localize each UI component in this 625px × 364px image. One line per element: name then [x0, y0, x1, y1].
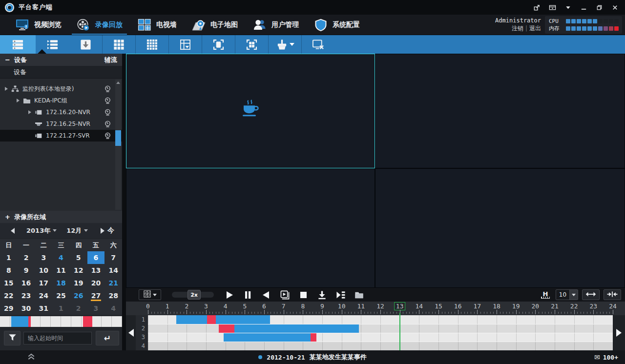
webcam-icon[interactable] — [104, 109, 111, 116]
tree-row[interactable]: 172.16.25-NVR — [0, 118, 122, 130]
webcam-icon[interactable] — [104, 85, 111, 93]
expander-icon[interactable] — [5, 87, 8, 91]
expand-plus-icon[interactable]: + — [5, 214, 10, 220]
frame-step-button[interactable] — [275, 288, 294, 302]
calendar-day[interactable]: 25 — [52, 289, 70, 302]
record-segment-alarm[interactable] — [219, 324, 234, 333]
grid-4x4-button[interactable] — [135, 35, 168, 54]
tab-video-browse[interactable]: 视频浏览 — [8, 15, 69, 35]
calendar-day[interactable]: 24 — [35, 289, 52, 302]
calendar-day[interactable]: 1 — [52, 302, 70, 315]
tab-tv-wall[interactable]: 电视墙 — [130, 15, 184, 35]
video-pane-3[interactable] — [126, 168, 375, 288]
timeline-track-1[interactable] — [148, 315, 613, 324]
calendar-day[interactable]: 13 — [87, 264, 105, 277]
single-screen-button[interactable] — [202, 35, 235, 54]
calendar-day[interactable]: 3 — [87, 302, 105, 315]
filter-button[interactable] — [4, 331, 21, 345]
speed-slider[interactable]: 2x — [172, 292, 214, 298]
calendar-day[interactable]: 3 — [35, 251, 52, 264]
calendar-day[interactable]: 22 — [0, 289, 18, 302]
day-strip-segment[interactable] — [83, 316, 92, 327]
calendar-day[interactable]: 14 — [104, 264, 122, 277]
tree-row[interactable]: KEDA-IPC组 — [0, 95, 122, 106]
confirm-time-button[interactable]: ↵ — [96, 331, 119, 345]
calendar-day[interactable]: 10 — [35, 264, 52, 277]
webcam-icon[interactable] — [104, 121, 111, 128]
dropdown-caret-icon[interactable] — [290, 43, 294, 46]
close-icon[interactable] — [608, 2, 621, 13]
open-folder-button[interactable] — [350, 288, 368, 302]
video-pane-1[interactable] — [126, 54, 375, 168]
tree-scrollbar[interactable] — [115, 80, 121, 210]
calendar-day-selected[interactable]: 6 — [87, 251, 105, 264]
timeline-ruler[interactable]: 0123456789101112131415161718192021222324 — [126, 302, 625, 315]
month-select[interactable]: 12月 — [66, 226, 88, 235]
day-strip-segment[interactable] — [28, 316, 31, 327]
time-unit-button[interactable]: H — [539, 289, 552, 300]
calendar-day[interactable]: 31 — [35, 302, 52, 315]
calendar-day[interactable]: 1 — [0, 251, 18, 264]
playhead-line[interactable] — [399, 313, 400, 350]
calendar-day[interactable]: 23 — [18, 289, 35, 302]
multi-screen-button[interactable] — [235, 35, 268, 54]
message-badge[interactable]: ✉ 100+ — [594, 353, 618, 361]
timeline-zoom-out-button[interactable] — [582, 289, 600, 300]
today-button[interactable]: 今 — [107, 226, 114, 235]
record-segment-normal[interactable] — [224, 333, 311, 342]
event-ticker[interactable]: 2012-10-21 某某地发生某某事件 — [0, 353, 625, 362]
video-pane-4[interactable] — [375, 168, 625, 288]
year-select[interactable]: 2013年 — [26, 226, 57, 235]
record-segment-normal[interactable] — [234, 324, 359, 333]
record-segment-alarm[interactable] — [311, 333, 316, 342]
calendar-day[interactable]: 30 — [18, 302, 35, 315]
video-pane-2[interactable] — [375, 54, 625, 168]
calendar-day[interactable]: 29 — [0, 302, 18, 315]
calendar-day[interactable]: 17 — [35, 277, 52, 289]
split-count-caret[interactable] — [569, 290, 578, 300]
scrollbar-thumb[interactable] — [115, 130, 121, 146]
caret-down-icon[interactable] — [562, 2, 574, 13]
tree-row[interactable]: 172.16.20-NVR — [0, 106, 122, 118]
scroll-up-icon[interactable] — [115, 80, 121, 86]
record-segment-alarm[interactable] — [207, 315, 216, 324]
calendar-day[interactable]: 2 — [18, 251, 35, 264]
restore-icon[interactable] — [593, 2, 605, 13]
device-subtab[interactable]: 设备 — [0, 66, 122, 79]
calendar-day[interactable]: 26 — [70, 289, 87, 302]
speed-slider-handle[interactable]: 2x — [188, 290, 201, 300]
expander-icon[interactable] — [28, 110, 31, 114]
timeline-track-2[interactable] — [148, 324, 613, 333]
record-segment-normal[interactable] — [176, 315, 207, 324]
close-all-video-button[interactable] — [301, 35, 334, 54]
calendar-day[interactable]: 21 — [104, 277, 122, 289]
brush-tool-button[interactable] — [268, 35, 301, 54]
webcam-icon[interactable] — [104, 97, 111, 104]
timeline-track-3[interactable] — [148, 333, 613, 342]
calendar-day[interactable]: 28 — [104, 289, 122, 302]
play-button[interactable] — [220, 288, 238, 302]
timeline-scroll-right[interactable] — [613, 315, 625, 350]
collapse-minus-icon[interactable]: − — [5, 57, 10, 63]
tree-row[interactable]: 172.21.27-SVR — [0, 130, 122, 142]
day-record-strip[interactable] — [0, 316, 122, 327]
start-time-input[interactable] — [23, 332, 92, 344]
calendar-day[interactable]: 8 — [0, 264, 18, 277]
next-month-icon[interactable] — [101, 228, 104, 234]
reverse-play-button[interactable] — [257, 288, 275, 302]
calendar-day[interactable]: 5 — [70, 251, 87, 264]
calendar-day[interactable]: 27 — [87, 289, 105, 302]
day-strip-segment[interactable] — [11, 316, 28, 327]
expander-icon[interactable] — [17, 99, 20, 102]
grid-3x3-button[interactable] — [102, 35, 135, 54]
calendar-day[interactable]: 18 — [52, 277, 70, 289]
tab-user-mgmt[interactable]: 用户管理 — [245, 15, 306, 35]
timeline-layout-button[interactable] — [139, 289, 161, 300]
calendar-day[interactable]: 16 — [18, 277, 35, 289]
popout-icon[interactable] — [530, 2, 543, 13]
tab-emap[interactable]: 电子地图 — [184, 15, 245, 35]
stop-button[interactable] — [294, 288, 312, 302]
pause-button[interactable] — [238, 288, 257, 302]
calendar-day[interactable]: 19 — [70, 277, 87, 289]
tab-playback[interactable]: 录像回放 — [69, 15, 130, 35]
